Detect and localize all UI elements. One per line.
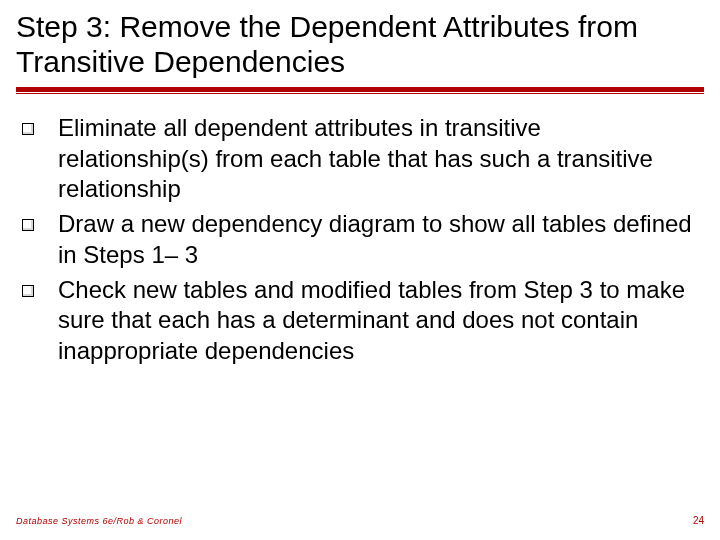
slide-body: Eliminate all dependent attributes in tr… (16, 113, 704, 367)
bullet-text: Draw a new dependency diagram to show al… (58, 209, 698, 270)
list-item: Eliminate all dependent attributes in tr… (22, 113, 698, 205)
bullet-list: Eliminate all dependent attributes in tr… (22, 113, 698, 367)
page-number: 24 (693, 515, 704, 526)
bullet-text: Eliminate all dependent attributes in tr… (58, 113, 698, 205)
square-bullet-icon (22, 123, 34, 135)
slide: Step 3: Remove the Dependent Attributes … (0, 0, 720, 540)
square-bullet-icon (22, 219, 34, 231)
footer-text: Database Systems 6e/Rob & Coronel (16, 516, 182, 526)
bullet-text: Check new tables and modified tables fro… (58, 275, 698, 367)
list-item: Check new tables and modified tables fro… (22, 275, 698, 367)
square-bullet-icon (22, 285, 34, 297)
list-item: Draw a new dependency diagram to show al… (22, 209, 698, 270)
title-underline (16, 87, 704, 95)
slide-title: Step 3: Remove the Dependent Attributes … (16, 10, 704, 79)
